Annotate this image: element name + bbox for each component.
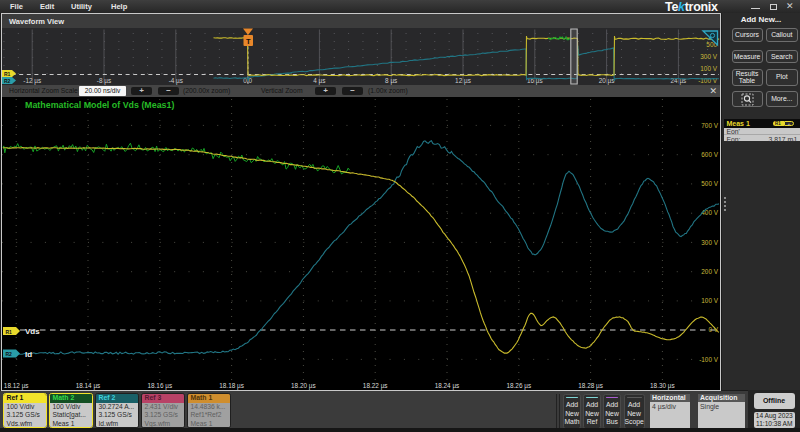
svg-text:18.26 µs: 18.26 µs — [506, 382, 531, 390]
svg-text:T: T — [246, 37, 251, 46]
svg-text:300 V: 300 V — [700, 53, 717, 60]
svg-text:R2: R2 — [6, 351, 13, 357]
svg-text:700 V: 700 V — [701, 122, 718, 129]
svg-text:R1: R1 — [4, 70, 11, 76]
svg-text:8 µs: 8 µs — [385, 77, 397, 85]
svg-text:Id: Id — [25, 350, 32, 359]
svg-text:-100 V: -100 V — [698, 77, 718, 84]
svg-text:100 V: 100 V — [700, 65, 717, 72]
svg-text:18.12 µs: 18.12 µs — [4, 382, 29, 390]
svg-text:-8 µs: -8 µs — [97, 77, 111, 85]
svg-text:400 V: 400 V — [701, 209, 718, 216]
svg-text:R2: R2 — [4, 77, 11, 83]
svg-text:-4 µs: -4 µs — [169, 77, 183, 85]
svg-text:100 V: 100 V — [701, 297, 718, 304]
svg-text:Mathematical Model of Vds (Mea: Mathematical Model of Vds (Meas1) — [25, 100, 174, 110]
svg-text:20 µs: 20 µs — [599, 77, 615, 85]
svg-text:300 V: 300 V — [701, 239, 718, 246]
svg-text:18.16 µs: 18.16 µs — [147, 382, 172, 390]
svg-text:18.24 µs: 18.24 µs — [435, 382, 460, 390]
svg-text:200 V: 200 V — [701, 268, 718, 275]
svg-text:18.18 µs: 18.18 µs — [219, 382, 244, 390]
svg-text:18.30 µs: 18.30 µs — [650, 382, 675, 390]
svg-text:-12 µs: -12 µs — [23, 77, 41, 85]
svg-text:18.28 µs: 18.28 µs — [578, 382, 603, 390]
svg-text:18.14 µs: 18.14 µs — [76, 382, 101, 390]
svg-text:600 V: 600 V — [701, 151, 718, 158]
svg-text:-100 V: -100 V — [699, 356, 719, 363]
svg-text:R1: R1 — [6, 329, 13, 335]
svg-text:18.20 µs: 18.20 µs — [291, 382, 316, 390]
svg-text:Vds: Vds — [25, 327, 40, 336]
svg-text:12 µs: 12 µs — [455, 77, 471, 85]
svg-text:4 µs: 4 µs — [313, 77, 325, 85]
svg-text:500 V: 500 V — [701, 180, 718, 187]
svg-text:18.22 µs: 18.22 µs — [363, 382, 388, 390]
